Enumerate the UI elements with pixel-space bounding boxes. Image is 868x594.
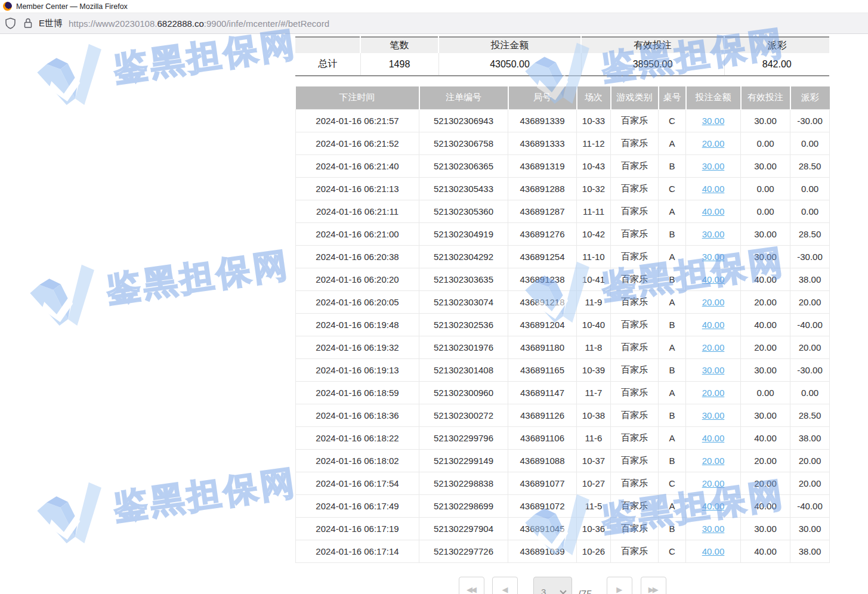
bet-record-row: 2024-01-16 06:18:02 521302299149 4368910… — [296, 449, 830, 472]
cell-payout: 20.00 — [790, 290, 830, 313]
summary-total-label: 总计 — [295, 53, 360, 76]
cell-payout: 38.00 — [790, 268, 830, 290]
cell-table-number: A — [659, 336, 686, 358]
cell-table-number: B — [659, 358, 686, 381]
cell-bet-number: 521302297904 — [419, 517, 508, 540]
bet-record-row: 2024-01-16 06:18:22 521302299796 4368911… — [296, 426, 830, 449]
summary-total-bet-amount: 43050.00 — [438, 53, 581, 76]
cell-bet-number: 521302304292 — [419, 245, 508, 268]
cell-table-number: B — [659, 517, 686, 540]
cell-bet-time: 2024-01-16 06:20:38 — [296, 245, 419, 268]
cell-valid-bet: 0.00 — [741, 132, 790, 154]
cell-table-number: A — [659, 381, 686, 404]
bet-amount-link[interactable]: 30.00 — [702, 252, 725, 262]
lock-icon[interactable] — [23, 17, 33, 29]
bet-amount-link[interactable]: 30.00 — [702, 410, 725, 420]
next-page-button[interactable]: ▶ — [607, 577, 632, 594]
cell-round-number: 436891339 — [508, 109, 577, 132]
cell-bet-number: 521302301976 — [419, 336, 508, 358]
bet-amount-link[interactable]: 20.00 — [702, 478, 725, 488]
watermark: 鉴黑担保网 — [32, 450, 302, 550]
shield-icon[interactable] — [5, 17, 16, 29]
cell-game-category: 百家乐 — [611, 404, 659, 426]
bet-amount-link[interactable]: 30.00 — [702, 116, 725, 126]
cell-bet-time: 2024-01-16 06:17:14 — [296, 540, 419, 562]
cell-session: 11-11 — [577, 200, 611, 222]
cell-bet-amount: 30.00 — [686, 358, 741, 381]
cell-bet-time: 2024-01-16 06:17:54 — [296, 472, 419, 494]
cell-round-number: 436891045 — [508, 517, 577, 540]
url-text[interactable]: https://www20230108.6822888.co:9900/infe… — [69, 18, 329, 29]
cell-bet-time: 2024-01-16 06:19:48 — [296, 313, 419, 336]
summary-header-payout: 派彩 — [724, 37, 829, 53]
cell-table-number: A — [659, 132, 686, 154]
cell-payout: 20.00 — [790, 472, 830, 494]
url-bar[interactable]: E世博 https://www20230108.6822888.co:9900/… — [0, 13, 868, 34]
first-page-button[interactable]: ◀◀ — [459, 577, 484, 594]
cell-session: 10-37 — [577, 449, 611, 472]
cell-session: 10-26 — [577, 540, 611, 562]
bet-amount-link[interactable]: 30.00 — [702, 524, 725, 534]
last-page-button[interactable]: ▶▶ — [641, 577, 666, 594]
cell-session: 11-7 — [577, 381, 611, 404]
bet-amount-link[interactable]: 40.00 — [702, 184, 725, 194]
cell-round-number: 436891072 — [508, 494, 577, 517]
bet-amount-link[interactable]: 20.00 — [702, 297, 725, 307]
bet-record-row: 2024-01-16 06:17:54 521302298838 4368910… — [296, 472, 830, 494]
cell-bet-amount: 20.00 — [686, 336, 741, 358]
bet-amount-link[interactable]: 30.00 — [702, 229, 725, 239]
cell-round-number: 436891238 — [508, 268, 577, 290]
cell-valid-bet: 20.00 — [741, 449, 790, 472]
cell-bet-amount: 40.00 — [686, 426, 741, 449]
cell-game-category: 百家乐 — [611, 154, 659, 177]
bet-amount-link[interactable]: 40.00 — [702, 546, 725, 556]
window-title: Member Center — Mozilla Firefox — [16, 2, 128, 11]
bet-amount-link[interactable]: 40.00 — [702, 274, 725, 284]
bet-record-row: 2024-01-16 06:17:14 521302297726 4368910… — [296, 540, 830, 562]
bet-amount-link[interactable]: 40.00 — [702, 501, 725, 511]
bet-amount-link[interactable]: 20.00 — [702, 138, 725, 148]
cell-bet-amount: 30.00 — [686, 109, 741, 132]
cell-table-number: C — [659, 472, 686, 494]
bet-record-table: 下注时间 注单编号 局号 场次 游戏类别 桌号 投注金额 有效投注 派彩 202… — [295, 86, 830, 563]
bet-amount-link[interactable]: 20.00 — [702, 388, 725, 398]
bet-amount-link[interactable]: 40.00 — [702, 433, 725, 443]
bet-amount-link[interactable]: 40.00 — [702, 320, 725, 330]
cell-session: 11-6 — [577, 426, 611, 449]
cell-session: 10-42 — [577, 222, 611, 245]
cell-valid-bet: 0.00 — [741, 200, 790, 222]
watermark-text: 鉴黑担保网 — [104, 242, 294, 313]
cell-session: 10-41 — [577, 268, 611, 290]
cell-bet-time: 2024-01-16 06:21:57 — [296, 109, 419, 132]
header-round-number: 局号 — [508, 86, 577, 109]
page-select[interactable]: 3 — [533, 577, 572, 594]
cell-round-number: 436891180 — [508, 336, 577, 358]
cell-bet-time: 2024-01-16 06:18:02 — [296, 449, 419, 472]
cell-table-number: B — [659, 313, 686, 336]
cell-bet-number: 521302298699 — [419, 494, 508, 517]
bet-record-row: 2024-01-16 06:21:11 521302305360 4368912… — [296, 200, 830, 222]
cell-round-number: 436891106 — [508, 426, 577, 449]
cell-session: 11-5 — [577, 494, 611, 517]
cell-bet-amount: 40.00 — [686, 200, 741, 222]
cell-valid-bet: 30.00 — [741, 404, 790, 426]
cell-session: 10-39 — [577, 358, 611, 381]
bet-amount-link[interactable]: 20.00 — [702, 342, 725, 352]
bet-amount-link[interactable]: 30.00 — [702, 365, 725, 375]
summary-header-count: 笔数 — [360, 37, 438, 53]
cell-bet-time: 2024-01-16 06:21:11 — [296, 200, 419, 222]
prev-page-button[interactable]: ◀ — [492, 577, 518, 594]
cell-table-number: B — [659, 154, 686, 177]
bet-amount-link[interactable]: 40.00 — [702, 206, 725, 216]
summary-header-valid-bet: 有效投注 — [581, 37, 724, 53]
cell-bet-number: 521302300960 — [419, 381, 508, 404]
bet-amount-link[interactable]: 30.00 — [702, 161, 725, 171]
bet-amount-link[interactable]: 20.00 — [702, 456, 725, 466]
cell-game-category: 百家乐 — [611, 449, 659, 472]
site-name-label: E世博 — [39, 18, 63, 29]
total-pages-label: /75 — [578, 577, 592, 594]
watermark-logo-icon — [24, 259, 103, 333]
summary-total-count: 1498 — [360, 53, 438, 76]
cell-bet-time: 2024-01-16 06:18:22 — [296, 426, 419, 449]
summary-header-bet-amount: 投注金额 — [438, 37, 581, 53]
